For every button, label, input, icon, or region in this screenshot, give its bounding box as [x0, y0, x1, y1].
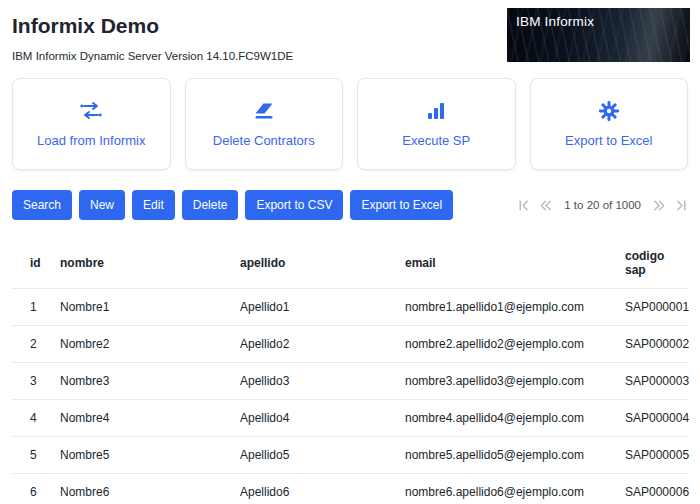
cell-apellido: Apellido5	[232, 437, 397, 474]
transfer-arrows-icon	[79, 100, 103, 122]
card-label: Export to Excel	[565, 133, 652, 148]
cell-codigo-sap: SAP000001	[617, 289, 688, 326]
card-export-to-excel[interactable]: Export to Excel	[530, 78, 689, 170]
export-excel-button[interactable]: Export to Excel	[350, 190, 453, 220]
cell-id: 4	[12, 400, 52, 437]
cell-id: 5	[12, 437, 52, 474]
first-page-icon[interactable]	[517, 199, 530, 212]
action-cards: Load from Informix Delete Contrators Exe…	[12, 78, 688, 170]
table-row[interactable]: 1 Nombre1 Apellido1 nombre1.apellido1@ej…	[12, 289, 688, 326]
cell-email: nombre5.apellido5@ejemplo.com	[397, 437, 617, 474]
column-header-apellido[interactable]: apellido	[232, 238, 397, 289]
cell-codigo-sap: SAP000005	[617, 437, 688, 474]
card-execute-sp[interactable]: Execute SP	[357, 78, 516, 170]
cell-nombre: Nombre1	[52, 289, 232, 326]
cell-email: nombre1.apellido1@ejemplo.com	[397, 289, 617, 326]
cell-id: 3	[12, 363, 52, 400]
toolbar: Search New Edit Delete Export to CSV Exp…	[12, 190, 688, 220]
cell-nombre: Nombre6	[52, 474, 232, 504]
eraser-icon	[253, 100, 275, 122]
card-label: Execute SP	[402, 133, 470, 148]
last-page-icon[interactable]	[675, 199, 688, 212]
cell-apellido: Apellido1	[232, 289, 397, 326]
next-page-icon[interactable]	[653, 199, 666, 212]
cell-email: nombre3.apellido3@ejemplo.com	[397, 363, 617, 400]
previous-page-icon[interactable]	[539, 199, 552, 212]
edit-button[interactable]: Edit	[132, 190, 175, 220]
cell-id: 1	[12, 289, 52, 326]
cell-apellido: Apellido6	[232, 474, 397, 504]
cell-apellido: Apellido4	[232, 400, 397, 437]
cell-email: nombre4.apellido4@ejemplo.com	[397, 400, 617, 437]
cell-nombre: Nombre2	[52, 326, 232, 363]
cell-nombre: Nombre3	[52, 363, 232, 400]
pagination-summary: 1 to 20 of 1000	[564, 199, 641, 211]
search-button[interactable]: Search	[12, 190, 72, 220]
ibm-informix-logo: IBM Informix	[507, 8, 690, 62]
toolbar-buttons: Search New Edit Delete Export to CSV Exp…	[12, 190, 453, 220]
cell-codigo-sap: SAP000003	[617, 363, 688, 400]
new-button[interactable]: New	[79, 190, 125, 220]
column-header-nombre[interactable]: nombre	[52, 238, 232, 289]
cell-apellido: Apellido3	[232, 363, 397, 400]
cell-apellido: Apellido2	[232, 326, 397, 363]
export-csv-button[interactable]: Export to CSV	[245, 190, 343, 220]
cell-nombre: Nombre5	[52, 437, 232, 474]
ibm-informix-logo-text: IBM Informix	[507, 8, 690, 29]
cell-codigo-sap: SAP000006	[617, 474, 688, 504]
table-row[interactable]: 6 Nombre6 Apellido6 nombre6.apellido6@ej…	[12, 474, 688, 504]
cell-email: nombre6.apellido6@ejemplo.com	[397, 474, 617, 504]
table-row[interactable]: 5 Nombre5 Apellido5 nombre5.apellido5@ej…	[12, 437, 688, 474]
cell-id: 2	[12, 326, 52, 363]
table-row[interactable]: 4 Nombre4 Apellido4 nombre4.apellido4@ej…	[12, 400, 688, 437]
delete-button[interactable]: Delete	[182, 190, 239, 220]
cell-codigo-sap: SAP000002	[617, 326, 688, 363]
column-header-codigo-sap[interactable]: codigo sap	[617, 238, 688, 289]
card-load-from-informix[interactable]: Load from Informix	[12, 78, 171, 170]
cell-codigo-sap: SAP000004	[617, 400, 688, 437]
table-row[interactable]: 3 Nombre3 Apellido3 nombre3.apellido3@ej…	[12, 363, 688, 400]
table-header-row: id nombre apellido email codigo sap	[12, 238, 688, 289]
cell-id: 6	[12, 474, 52, 504]
cell-nombre: Nombre4	[52, 400, 232, 437]
card-delete-contrators[interactable]: Delete Contrators	[185, 78, 344, 170]
column-header-email[interactable]: email	[397, 238, 617, 289]
contractors-table: id nombre apellido email codigo sap 1 No…	[12, 238, 688, 504]
column-header-id[interactable]: id	[12, 238, 52, 289]
pagination: 1 to 20 of 1000	[517, 199, 688, 212]
bar-chart-icon	[426, 100, 446, 122]
cell-email: nombre2.apellido2@ejemplo.com	[397, 326, 617, 363]
table-row[interactable]: 2 Nombre2 Apellido2 nombre2.apellido2@ej…	[12, 326, 688, 363]
gear-icon	[598, 100, 620, 122]
card-label: Delete Contrators	[213, 133, 315, 148]
card-label: Load from Informix	[37, 133, 145, 148]
